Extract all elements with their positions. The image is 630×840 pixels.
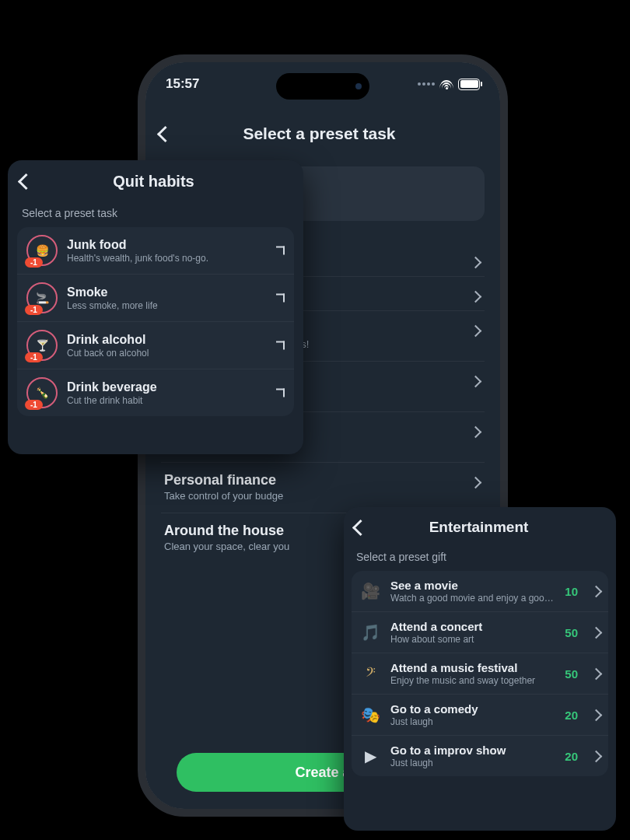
ent-card-subtitle: Select a preset gift [344, 548, 616, 571]
status-time: 15:57 [166, 76, 199, 92]
gift-points: 20 [565, 709, 578, 722]
chevron-right-icon [590, 750, 603, 762]
gift-points: 10 [565, 585, 578, 598]
habit-badge: 🚬 -1 [26, 282, 58, 313]
gift-item[interactable]: 🎵 Attend a concert How about some art 50 [352, 612, 608, 653]
festival-icon: 𝄢 [359, 663, 381, 684]
entertainment-card: Entertainment Select a preset gift 🎥 See… [344, 507, 616, 831]
gift-title: Go to a improv show [390, 744, 555, 757]
habit-sub: Health's wealth, junk food's no-go. [67, 253, 208, 264]
gift-points: 20 [565, 750, 578, 763]
habit-title: Smoke [67, 285, 158, 299]
improv-icon: ▶ [359, 745, 381, 767]
gift-title: Go to a comedy [390, 702, 555, 716]
gift-sub: Enjoy the music and sway together [390, 675, 555, 686]
ent-card-title: Entertainment [352, 519, 605, 536]
habit-list: 🍔 -1 Junk food Health's wealth, junk foo… [17, 227, 294, 416]
gift-item[interactable]: 𝄢 Attend a music festival Enjoy the musi… [352, 653, 608, 695]
camera-dot [355, 83, 362, 89]
status-right [418, 79, 480, 90]
minus-badge: -1 [25, 400, 43, 410]
gift-item[interactable]: ▶ Go to a improv show Just laugh 20 [352, 736, 608, 776]
battery-icon [458, 79, 480, 90]
gift-title: See a movie [390, 579, 555, 592]
gift-item[interactable]: 🎥 See a movie Watch a good movie and enj… [352, 571, 608, 612]
comedy-icon: 🎭 [359, 704, 381, 726]
quit-habits-card: Quit habits Select a preset task 🍔 -1 Ju… [8, 160, 303, 454]
habit-item[interactable]: 🍸 -1 Drink alcohol Cut back on alcohol [17, 322, 294, 369]
chevron-right-icon [276, 341, 285, 350]
gift-points: 50 [565, 667, 578, 681]
habit-sub: Cut back on alcohol [67, 348, 149, 359]
page-title: Select a preset task [152, 124, 486, 143]
gift-sub: Watch a good movie and enjoy a good … [390, 593, 555, 604]
habit-item[interactable]: 🍾 -1 Drink beverage Cut the drink habit [17, 369, 294, 416]
habit-title: Drink alcohol [67, 333, 149, 347]
chevron-right-icon [276, 389, 285, 397]
gift-sub: Just laugh [390, 716, 555, 727]
category-item[interactable]: Personal finance Take control of your bu… [161, 463, 485, 513]
minus-badge: -1 [25, 305, 43, 315]
chevron-right-icon [276, 294, 285, 303]
habit-badge: 🍸 -1 [26, 330, 58, 361]
habit-item[interactable]: 🍔 -1 Junk food Health's wealth, junk foo… [17, 227, 294, 275]
gift-title: Attend a concert [390, 620, 555, 633]
habit-sub: Less smoke, more life [67, 300, 158, 311]
wifi-icon [439, 79, 453, 89]
gift-list: 🎥 See a movie Watch a good movie and enj… [352, 571, 608, 776]
habit-title: Drink beverage [67, 380, 157, 394]
quit-card-title: Quit habits [16, 173, 291, 191]
chevron-right-icon [590, 585, 603, 597]
cellular-icon [418, 82, 435, 86]
phone-header: Select a preset task [145, 112, 500, 156]
gift-sub: Just laugh [390, 758, 555, 768]
concert-icon: 🎵 [359, 621, 381, 643]
chevron-right-icon [590, 667, 603, 680]
create-button-label: Create a [295, 765, 350, 781]
category-sub: Take control of your budge [164, 490, 481, 502]
gift-title: Attend a music festival [390, 661, 555, 674]
minus-badge: -1 [25, 352, 43, 362]
chevron-right-icon [276, 247, 285, 255]
dynamic-island [276, 73, 369, 100]
quit-card-subtitle: Select a preset task [8, 202, 303, 227]
movie-icon: 🎥 [359, 580, 381, 602]
habit-sub: Cut the drink habit [67, 395, 157, 406]
habit-badge: 🍔 -1 [26, 235, 58, 266]
quit-card-header: Quit habits [8, 160, 303, 202]
habit-title: Junk food [67, 238, 208, 252]
gift-item[interactable]: 🎭 Go to a comedy Just laugh 20 [352, 695, 608, 736]
gift-sub: How about some art [390, 634, 555, 645]
minus-badge: -1 [25, 257, 43, 268]
chevron-right-icon [590, 709, 603, 721]
habit-badge: 🍾 -1 [26, 377, 58, 408]
category-name: Personal finance [164, 472, 481, 488]
chevron-right-icon [590, 626, 603, 639]
habit-item[interactable]: 🚬 -1 Smoke Less smoke, more life [17, 275, 294, 322]
gift-points: 50 [565, 626, 578, 639]
ent-card-header: Entertainment [344, 507, 616, 548]
